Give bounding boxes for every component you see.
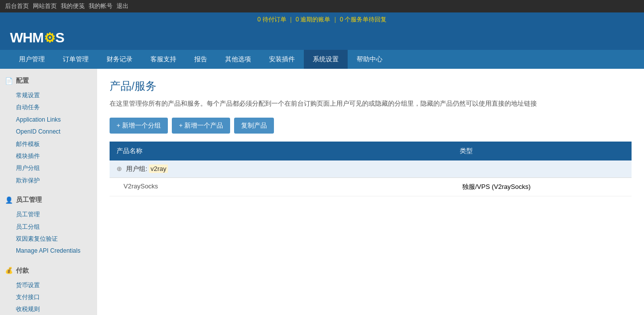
page-icon: 📄 [5,77,13,85]
sidebar-title-staff: 👤 员工管理 [5,195,92,204]
sidebar-link-gateway[interactable]: 支付接口 [5,291,92,303]
nav-help[interactable]: 帮助中心 [348,50,391,69]
add-product-button[interactable]: + 新增一个产品 [172,118,230,134]
sidebar-link-usergroups[interactable]: 用户分组 [5,162,92,174]
nav-user-mgmt[interactable]: 用户管理 [10,50,54,69]
sidebar-section-config: 📄 配置 常规设置 自动任务 Application Links OpenID … [5,76,92,186]
col-type: 类型 [453,142,632,160]
row-product-name: V2raySocks [110,178,455,196]
nav-order-mgmt[interactable]: 订单管理 [54,50,98,69]
layout: 📄 配置 常规设置 自动任务 Application Links OpenID … [0,69,644,315]
topbar-link-site[interactable]: 网站首页 [33,2,57,10]
nav-plugins[interactable]: 安装插件 [260,50,304,69]
main-nav: 用户管理 订单管理 财务记录 客服支持 报告 其他选项 安装插件 系统设置 帮助… [0,50,644,69]
row-product-type: 独服/VPS (V2raySocks) [455,178,632,196]
topbar-link-account[interactable]: 我的帐号 [89,2,113,10]
table-group-v2ray: ⊕ 用户组: v2ray [110,160,632,178]
sidebar-section-payment: 💰 付款 货币设置 支付接口 收税规则 优惠促销 [5,266,92,315]
table-row: V2raySocks 独服/VPS (V2raySocks) [110,178,632,196]
drag-icon: ⊕ [117,165,122,172]
money-icon: 💰 [5,267,13,275]
sidebar-link-currency[interactable]: 货币设置 [5,279,92,291]
sidebar-link-general[interactable]: 常规设置 [5,89,92,101]
sidebar-link-applinks[interactable]: Application Links [5,114,92,126]
nav-support[interactable]: 客服支持 [141,50,185,69]
page-desc: 在这里管理你所有的产品和服务。每个产品都必须分配到一个在前台订购页面上用户可见的… [110,99,632,109]
header: 0 待付订单 ｜ 0 逾期的账单 ｜ 0 个服务单待回复 WHM⚙S [0,12,644,50]
product-table: 产品名称 类型 ⊕ 用户组: v2ray V2raySocks 独服/VPS (… [110,142,632,196]
top-bar: 后台首页 网站首页 我的便笺 我的帐号 退出 [0,0,644,12]
logo-text-1: WHM [10,30,43,46]
sidebar-title-config: 📄 配置 [5,76,92,85]
nav-reports[interactable]: 报告 [185,50,216,69]
sidebar-link-email[interactable]: 邮件模板 [5,138,92,150]
logo-gear: ⚙ [44,30,55,46]
sidebar-link-api[interactable]: Manage API Credentials [5,245,92,257]
logo: WHM⚙S [10,30,64,46]
sidebar-section-staff: 👤 员工管理 员工管理 员工分组 双因素复位验证 Manage API Cred… [5,195,92,257]
sidebar-link-staff-mgmt[interactable]: 员工管理 [5,208,92,220]
sidebar-link-modules[interactable]: 模块插件 [5,150,92,162]
logo-text-2: S [55,30,64,46]
topbar-link-logout[interactable]: 退出 [117,2,129,10]
header-main: WHM⚙S [0,26,644,50]
main-content: 产品/服务 在这里管理你所有的产品和服务。每个产品都必须分配到一个在前台订购页面… [97,69,644,315]
group-name-highlight: v2ray [149,164,168,173]
add-group-button[interactable]: + 新增一个分组 [110,118,168,134]
nav-other[interactable]: 其他选项 [216,50,260,69]
topbar-link-home[interactable]: 后台首页 [5,2,29,10]
sidebar-link-autotask[interactable]: 自动任务 [5,101,92,113]
sidebar-link-2fa[interactable]: 双因素复位验证 [5,233,92,245]
table-header: 产品名称 类型 [110,142,632,160]
col-name: 产品名称 [110,142,453,160]
sidebar: 📄 配置 常规设置 自动任务 Application Links OpenID … [0,69,97,315]
page-title: 产品/服务 [110,79,632,94]
copy-product-button[interactable]: 复制产品 [234,118,274,134]
sidebar-title-payment: 💰 付款 [5,266,92,275]
sidebar-link-tax[interactable]: 收税规则 [5,303,92,315]
group-name: 用户组: v2ray [126,164,168,173]
nav-system[interactable]: 系统设置 [304,50,348,69]
sidebar-link-staff-group[interactable]: 员工分组 [5,221,92,233]
action-bar: + 新增一个分组 + 新增一个产品 复制产品 [110,118,632,134]
header-notice: 0 待付订单 ｜ 0 逾期的账单 ｜ 0 个服务单待回复 [0,12,644,26]
nav-finance[interactable]: 财务记录 [98,50,141,69]
topbar-link-notes[interactable]: 我的便笺 [61,2,85,10]
person-icon: 👤 [5,196,13,204]
sidebar-link-openid[interactable]: OpenID Connect [5,126,92,138]
sidebar-link-fraud[interactable]: 欺诈保护 [5,174,92,186]
